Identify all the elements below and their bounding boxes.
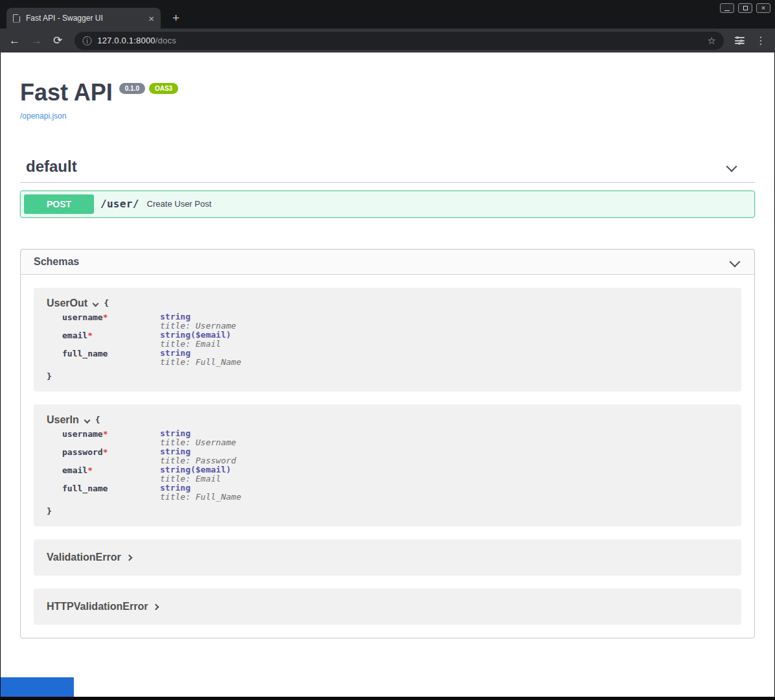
required-star: *	[103, 429, 108, 439]
model-userout: UserOut { username* stringtitle: Usernam…	[34, 288, 741, 391]
property-name: full_name	[62, 484, 108, 493]
property-row: password* stringtitle: Password	[62, 447, 241, 465]
page-content: Fast API 0.1.0 OAS3 /openapi.json defaul…	[1, 52, 774, 697]
address-bar[interactable]: ⓘ 127.0.0.1:8000/docs ☆	[75, 32, 724, 50]
default-tag-section: default POST /user/ Create User Post	[20, 155, 755, 218]
api-title: Fast API	[20, 80, 113, 106]
forward-icon[interactable]: →	[31, 35, 42, 46]
property-row: username* stringtitle: Username	[62, 429, 241, 447]
model-title: UserOut	[47, 298, 87, 309]
chevron-down-icon[interactable]	[93, 300, 99, 307]
property-title: title: Full_Name	[160, 358, 241, 367]
property-row: email* string($email)title: Email	[62, 465, 241, 484]
property-type: string	[160, 349, 241, 358]
reload-icon[interactable]: ⟳	[53, 35, 62, 46]
model-title: UserIn	[47, 414, 79, 426]
bookmark-star-icon[interactable]: ☆	[708, 36, 716, 45]
model-title: HTTPValidationError	[47, 601, 148, 612]
url-text: 127.0.0.1:8000/docs	[97, 36, 701, 45]
close-brace: }	[47, 507, 732, 516]
property-title: title: Username	[160, 438, 241, 447]
property-title: title: Email	[160, 340, 241, 349]
property-row: full_name stringtitle: Full_Name	[62, 349, 241, 367]
info-icon[interactable]: ⓘ	[82, 36, 91, 45]
property-title: title: Email	[160, 474, 241, 484]
model-validationerror[interactable]: ValidationError	[34, 539, 741, 576]
required-star: *	[87, 331, 93, 340]
endpoint-path: /user/	[100, 198, 139, 210]
tab-strip: Fast API - Swagger UI × + ×	[0, 0, 775, 29]
page-document-icon	[13, 14, 20, 23]
model-userin: UserIn { username* stringtitle: Username…	[34, 404, 741, 526]
schemas-title: Schemas	[34, 256, 79, 268]
browser-toolbar: ← → ⟳ ⓘ 127.0.0.1:8000/docs ☆ ⋮	[0, 29, 775, 52]
property-name: username	[62, 312, 103, 322]
property-row: full_name stringtitle: Full_Name	[62, 484, 241, 502]
properties-table: username* stringtitle: Username password…	[62, 429, 241, 502]
schemas-header[interactable]: Schemas	[21, 250, 754, 275]
new-tab-button[interactable]: +	[168, 10, 183, 25]
open-brace: {	[104, 299, 109, 308]
chevron-down-icon[interactable]	[84, 417, 90, 423]
tab-title: Fast API - Swagger UI	[26, 14, 143, 23]
browser-window: Fast API - Swagger UI × + × ← → ⟳ ⓘ 127.…	[0, 0, 775, 700]
minimize-button[interactable]	[720, 3, 734, 13]
api-info: Fast API 0.1.0 OAS3 /openapi.json	[20, 80, 755, 121]
openapi-json-link[interactable]: /openapi.json	[20, 111, 66, 121]
tag-title: default	[26, 158, 77, 176]
close-brace: }	[47, 372, 732, 381]
property-type: string	[160, 484, 241, 493]
property-title: title: Username	[160, 321, 241, 331]
chevron-down-icon[interactable]	[726, 161, 737, 172]
chevron-right-icon[interactable]	[126, 554, 132, 561]
swagger-ui: Fast API 0.1.0 OAS3 /openapi.json defaul…	[1, 52, 774, 638]
post-method-badge: POST	[24, 194, 94, 214]
property-type: string	[160, 312, 241, 321]
maximize-icon	[743, 6, 748, 10]
property-name: email	[62, 465, 87, 475]
close-button[interactable]: ×	[756, 3, 770, 13]
property-type: string	[160, 429, 241, 438]
browser-tab[interactable]: Fast API - Swagger UI ×	[6, 8, 161, 29]
property-type: string	[160, 447, 241, 456]
default-tag-header[interactable]: default	[20, 155, 755, 183]
tune-icon[interactable]	[735, 36, 745, 46]
model-httpvalidationerror[interactable]: HTTPValidationError	[34, 589, 741, 625]
property-type: string($email)	[160, 465, 241, 474]
schemas-section: Schemas UserOut { username*	[20, 249, 755, 638]
required-star: *	[87, 465, 93, 475]
chevron-right-icon[interactable]	[153, 603, 159, 610]
property-title: title: Full_Name	[160, 493, 241, 502]
property-row: username* stringtitle: Username	[62, 312, 241, 331]
minimize-icon	[724, 10, 730, 11]
property-type: string($email)	[160, 331, 241, 340]
model-title: ValidationError	[47, 552, 121, 563]
property-name: username	[62, 429, 103, 439]
required-star: *	[103, 447, 108, 457]
url-path: /docs	[156, 36, 176, 45]
api-badges: 0.1.0 OAS3	[119, 83, 178, 94]
version-badge: 0.1.0	[119, 83, 145, 94]
maximize-button[interactable]	[738, 3, 752, 13]
menu-icon[interactable]: ⋮	[756, 36, 766, 46]
required-star: *	[103, 312, 108, 322]
property-name: email	[62, 331, 87, 340]
url-host: 127.0.0.1:8000	[97, 36, 156, 45]
opblock-summary[interactable]: POST /user/ Create User Post	[21, 191, 754, 217]
properties-table: username* stringtitle: Username email* s…	[62, 312, 241, 367]
window-controls: ×	[720, 3, 770, 13]
tab-close-icon[interactable]: ×	[148, 14, 154, 23]
property-name: password	[62, 447, 103, 457]
chevron-down-icon[interactable]	[730, 256, 741, 267]
status-bubble	[1, 677, 74, 697]
property-name: full_name	[62, 349, 108, 358]
oas3-badge: OAS3	[149, 83, 178, 94]
post-user-opblock[interactable]: POST /user/ Create User Post	[20, 191, 755, 218]
property-title: title: Password	[160, 456, 241, 465]
endpoint-summary: Create User Post	[147, 199, 212, 209]
property-row: email* string($email)title: Email	[62, 331, 241, 349]
open-brace: {	[95, 415, 100, 425]
back-icon[interactable]: ←	[9, 35, 20, 46]
schemas-body: UserOut { username* stringtitle: Usernam…	[21, 275, 754, 638]
